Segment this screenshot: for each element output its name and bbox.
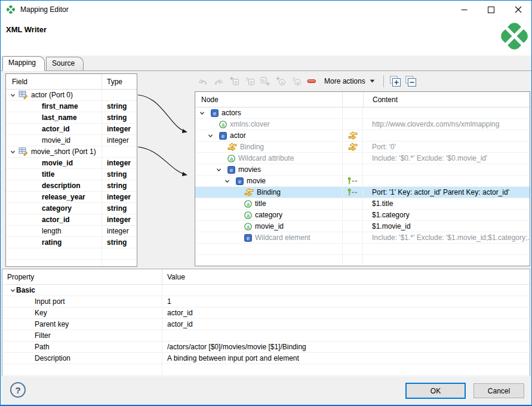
collapse-all-button[interactable] bbox=[404, 75, 417, 88]
remove-button[interactable] bbox=[305, 75, 318, 88]
attribute-icon: a bbox=[244, 223, 252, 230]
tree-row[interactable]: atitle$1.title bbox=[195, 198, 530, 210]
ok-button[interactable]: OK bbox=[405, 383, 466, 399]
element-icon: e bbox=[244, 234, 252, 242]
tab-source[interactable]: Source bbox=[46, 57, 84, 70]
binding-arrows-icon bbox=[348, 143, 358, 151]
cloverdx-logo-icon bbox=[499, 20, 530, 52]
node-column-header: Node bbox=[195, 92, 343, 107]
expand-all-button[interactable] bbox=[389, 75, 401, 88]
chevron-down-icon[interactable] bbox=[216, 167, 222, 173]
binding-column-header bbox=[343, 92, 364, 107]
app-clover-icon bbox=[6, 5, 16, 14]
svg-text:a: a bbox=[281, 80, 284, 85]
tree-row[interactable]: eactor bbox=[195, 130, 530, 142]
binding-arrows-icon bbox=[348, 131, 358, 140]
field-row[interactable]: actor (Port 0) bbox=[6, 90, 137, 101]
field-row[interactable]: ratingstring bbox=[6, 237, 137, 248]
tree-row[interactable]: eactors bbox=[195, 107, 530, 119]
add-wildcard-element-icon: ?e bbox=[244, 76, 255, 86]
remove-icon bbox=[307, 77, 316, 85]
cancel-button[interactable]: Cancel bbox=[473, 383, 524, 398]
mapping-editor-window: Mapping Editor XML Writer Mapping Source… bbox=[0, 0, 532, 406]
property-row[interactable]: Keyactor_id bbox=[2, 307, 530, 319]
field-row[interactable]: movie_short (Port 1) bbox=[6, 146, 137, 158]
record-icon bbox=[19, 147, 29, 156]
svg-text:e: e bbox=[234, 79, 237, 85]
tab-mapping[interactable]: Mapping bbox=[2, 56, 45, 71]
tree-row[interactable]: acategory$1.category bbox=[195, 210, 530, 221]
tree-row[interactable]: BindingPort: '0' bbox=[195, 142, 530, 153]
more-actions-button[interactable]: More actions bbox=[321, 75, 379, 88]
property-row[interactable]: DescriptionA binding between input port … bbox=[2, 353, 530, 364]
add-child-element-icon: e bbox=[229, 76, 239, 86]
property-row[interactable]: Parent keyactor_id bbox=[2, 319, 530, 330]
field-row[interactable]: lengthinteger bbox=[6, 226, 137, 237]
chevron-down-icon[interactable] bbox=[10, 287, 16, 294]
field-row[interactable]: last_namestring bbox=[6, 112, 137, 124]
minimize-icon bbox=[461, 7, 468, 13]
tree-row[interactable]: emovie bbox=[195, 176, 530, 187]
svg-text:a: a bbox=[247, 201, 250, 207]
tree-row[interactable]: amovie_id$1.movie_id bbox=[195, 221, 530, 232]
svg-text:?: ? bbox=[245, 76, 248, 82]
field-row[interactable]: titlestring bbox=[6, 169, 137, 180]
maximize-button[interactable] bbox=[478, 1, 505, 19]
element-icon: e bbox=[236, 177, 244, 185]
mapping-connector-arrow bbox=[138, 147, 187, 175]
help-button[interactable]: ? bbox=[10, 382, 26, 398]
dialog-header: XML Writer bbox=[1, 19, 531, 56]
attribute-icon: a bbox=[219, 121, 227, 128]
field-row bbox=[6, 260, 137, 267]
svg-text:e: e bbox=[222, 133, 225, 139]
titlebar: Mapping Editor bbox=[1, 1, 531, 19]
binding-arrows-icon bbox=[244, 188, 254, 196]
property-panel: Property Value BasicInput port1Keyactor_… bbox=[2, 269, 530, 377]
field-row[interactable]: descriptionstring bbox=[6, 180, 137, 192]
svg-text:e: e bbox=[250, 79, 253, 85]
expand-all-icon bbox=[389, 75, 401, 87]
input-fields-table: Field Type actor (Port 0)first_namestrin… bbox=[5, 73, 137, 267]
tree-row[interactable]: eWildcard elementInclude: '$1.*' Exclude… bbox=[195, 232, 530, 244]
svg-text:e: e bbox=[230, 167, 233, 173]
add-wildcard-element-button: ?e bbox=[243, 75, 256, 88]
field-row[interactable]: actor_idinteger bbox=[6, 214, 137, 226]
minimize-button[interactable] bbox=[451, 1, 478, 19]
svg-text:?: ? bbox=[292, 76, 295, 82]
chevron-down-icon[interactable] bbox=[207, 133, 214, 139]
property-row bbox=[2, 364, 530, 376]
field-row[interactable]: first_namestring bbox=[6, 101, 137, 112]
chevron-down-icon[interactable] bbox=[224, 178, 230, 184]
tree-row bbox=[195, 255, 530, 266]
property-row[interactable]: Basic bbox=[2, 285, 530, 296]
record-icon bbox=[19, 90, 29, 100]
window-title: Mapping Editor bbox=[20, 5, 69, 14]
tree-row[interactable]: axmlns:cloverhttp://www.cloverdx.com/ns/… bbox=[195, 119, 530, 130]
element-icon: e bbox=[211, 109, 219, 117]
tree-row[interactable]: BindingPort: '1' Key: actor_id' Parent K… bbox=[195, 187, 530, 198]
maximize-icon bbox=[488, 7, 494, 13]
type-column-header: Type bbox=[102, 74, 137, 89]
property-row[interactable]: Input port1 bbox=[2, 296, 530, 307]
close-button[interactable] bbox=[505, 1, 531, 19]
tree-row[interactable]: emovies bbox=[195, 164, 530, 176]
field-row[interactable]: movie_idinteger bbox=[6, 158, 137, 169]
chevron-down-icon[interactable] bbox=[199, 110, 205, 116]
svg-text:e: e bbox=[262, 78, 265, 83]
add-wildcard-attribute-button: ?a bbox=[290, 75, 302, 88]
field-row[interactable]: movie_idinteger bbox=[6, 135, 137, 146]
field-row[interactable]: release_yearinteger bbox=[6, 192, 137, 203]
chevron-down-icon[interactable] bbox=[10, 92, 16, 99]
key-binding-icon bbox=[348, 177, 358, 184]
field-row[interactable]: actor_idinteger bbox=[6, 124, 137, 135]
property-row[interactable]: Path/actors/actor [$0]/movies/movie [$1]… bbox=[2, 342, 530, 353]
undo-icon bbox=[198, 77, 208, 86]
field-row[interactable]: categorystring bbox=[6, 203, 137, 214]
chevron-down-icon[interactable] bbox=[10, 149, 16, 155]
attribute-icon: a bbox=[244, 200, 252, 208]
mapping-connector-arrow bbox=[138, 95, 187, 132]
xml-mapping-tree: Node Content eactorsaxmlns:cloverhttp://… bbox=[195, 91, 530, 266]
tree-row[interactable]: aWildcard attributeInclude: '$0.*' Exclu… bbox=[195, 153, 530, 164]
property-row[interactable]: Filter bbox=[2, 330, 530, 342]
mapping-content-area: Field Type actor (Port 0)first_namestrin… bbox=[1, 71, 531, 269]
